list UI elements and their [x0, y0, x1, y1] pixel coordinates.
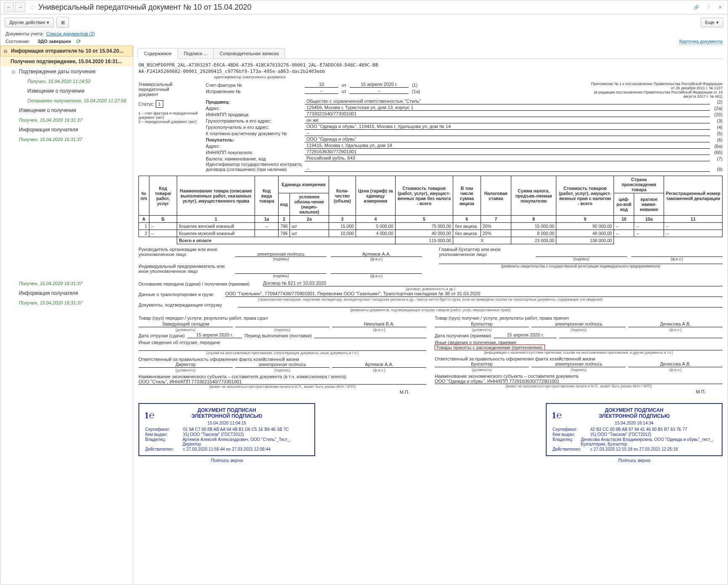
sidebar-item[interactable]: Получен, 15.04.2020 16:31:37	[0, 298, 133, 307]
link-icon[interactable]: 🔗	[692, 3, 701, 11]
logo-1c-icon: 1℮	[552, 410, 562, 421]
more-button[interactable]: Еще ▾	[701, 18, 723, 27]
state-value: ЭДО завершен	[37, 39, 71, 44]
other-actions-label: Другие действия	[9, 20, 45, 25]
collapse-icon[interactable]: ⊖	[3, 48, 8, 54]
tab-content[interactable]: Содержимое	[138, 48, 178, 59]
doc-id-line1: ON_NSCHFDOPPR_2AL-A7303297-E6CA-4BD6-A73…	[138, 62, 723, 68]
favorite-icon[interactable]: ☆	[29, 3, 36, 12]
state-label: Состояние:	[5, 39, 30, 44]
close-icon[interactable]: ✕	[716, 3, 724, 11]
sidebar-item[interactable]: Извещение о получении	[0, 105, 133, 115]
discrepancy-note: Товары приняты с расхождениями (претензи…	[435, 345, 545, 350]
signature-stamp-left: 1℮ ДОКУМЕНТ ПОДПИСАН ЭЛЕКТРОННОЙ ПОДПИСЬ…	[138, 403, 315, 456]
sidebar-item[interactable]: ⊖Подтверждение даты получения	[0, 67, 133, 77]
content-area: Содержимое Подписи ... Сопроводительная …	[133, 45, 728, 585]
toolbar: Другие действия ▾ ⊞ Еще ▾	[0, 14, 728, 30]
sender-column: Товар (груз) передал / услуги, результат…	[138, 315, 426, 395]
sidebar-item[interactable]: Отправлен получателю, 15.04.2020 11:27:5…	[0, 96, 133, 105]
tab-signatures[interactable]: Подписи ...	[178, 48, 214, 59]
sidebar-item[interactable]: Извещение о получении	[0, 86, 133, 96]
titlebar: ← → ☆ Универсальный передаточный докумен…	[0, 0, 728, 14]
card-link[interactable]: Карточка документа	[679, 39, 723, 44]
receiver-column: Товар (груз) получил / услуги, результат…	[435, 315, 723, 395]
tab-note[interactable]: Сопроводительная записка	[213, 48, 285, 59]
doc-id-sub: идентификатор электронного документа	[214, 75, 723, 79]
back-button[interactable]: ←	[4, 2, 14, 12]
menu-icon[interactable]: ⋮	[704, 3, 712, 11]
hierarchy-icon-button[interactable]: ⊞	[56, 17, 69, 28]
regulation-note: Приложение № 1 к постановлению Правитель…	[588, 82, 723, 99]
doc-id-line2: AA-F241A5260682-00001_20200415_c9776bf9-…	[138, 69, 723, 74]
collapse-icon[interactable]: ⊖	[11, 69, 16, 75]
items-table: № п/п Код товара/ работ, услуг Наименова…	[138, 176, 723, 244]
status-box: 1	[156, 100, 163, 108]
sidebar-item[interactable]: Получен, 15.04.2020 16:31:37	[0, 135, 133, 144]
docs-label: Документы учета:	[5, 31, 44, 36]
signature-stamp-right: 1℮ ДОКУМЕНТ ПОДПИСАН ЭЛЕКТРОННОЙ ПОДПИСЬ…	[546, 403, 723, 456]
refresh-icon[interactable]: ⟳	[76, 38, 81, 45]
chevron-down-icon: ▾	[716, 20, 719, 25]
sidebar-item[interactable]: ⊖Информация отправителя № 10 от 15.04.20…	[0, 45, 133, 56]
more-label: Еще	[705, 20, 715, 25]
chevron-down-icon: ▾	[47, 20, 49, 25]
logo-1c-icon: 1℮	[144, 410, 154, 421]
table-row: 1--Кошелек женский кожаный--796шт15,0005…	[139, 223, 723, 230]
forward-button[interactable]: →	[15, 2, 25, 12]
doc-type-box: Универсальный передаточный документ Стат…	[138, 82, 202, 172]
sidebar-item[interactable]: Информация получателя	[0, 288, 133, 298]
tabs: Содержимое Подписи ... Сопроводительная …	[138, 48, 723, 59]
sidebar-item[interactable]: Получен, 15.04.2020 16:31:37	[0, 115, 133, 125]
sidebar: ⊖Информация отправителя № 10 от 15.04.20…	[0, 45, 133, 585]
table-row: 2--Кошелек мужской кожаный796шт10,0004 0…	[139, 230, 723, 237]
sidebar-item[interactable]: Получено подтверждение, 15.04.2020 16:31…	[0, 56, 133, 67]
sidebar-item[interactable]: Получен, 15.04.2020 11:24:52	[0, 77, 133, 86]
sidebar-item[interactable]: Получен, 15.04.2020 16:31:37	[0, 279, 133, 288]
sidebar-item[interactable]: Информация получателя	[0, 125, 133, 135]
page-title: Универсальный передаточный документ № 10…	[38, 3, 692, 12]
docs-link[interactable]: Список документов (2)	[46, 31, 95, 36]
other-actions-button[interactable]: Другие действия ▾	[5, 18, 54, 27]
